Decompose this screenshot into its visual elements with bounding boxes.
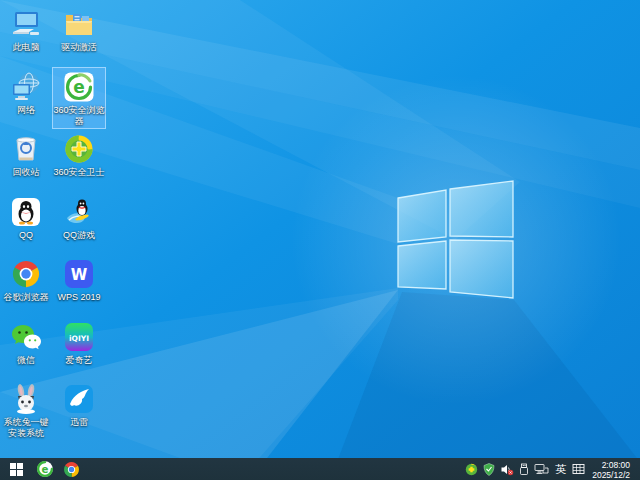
desktop-icon-this-pc[interactable]: 此电脑 (0, 4, 52, 67)
icon-label: 系统兔一键安装系统 (1, 417, 51, 439)
icon-label: 迅雷 (70, 417, 88, 428)
icon-label: 微信 (17, 355, 35, 366)
ime-indicator[interactable]: 英 (554, 458, 567, 480)
icon-label: 此电脑 (13, 42, 40, 53)
system-tray: 英 2:08:00 2025/12/2 (465, 458, 640, 480)
desktop-icon-chrome[interactable]: 谷歌浏览器 (0, 254, 52, 317)
desktop-icon-recycle-bin[interactable]: 回收站 (0, 129, 52, 192)
icon-label: 爱奇艺 (66, 355, 93, 366)
recycle-bin-icon (9, 132, 43, 166)
360-safety-tray-icon[interactable] (465, 463, 478, 476)
svg-text:iQIYI: iQIYI (69, 333, 89, 342)
icon-label: 网络 (17, 105, 35, 116)
windows-start-icon (10, 463, 23, 476)
icon-label: 360安全浏览器 (53, 105, 105, 127)
clock-time: 2:08:00 (592, 460, 630, 470)
desktop-icon-360-safety-guard[interactable]: 360安全卫士 (52, 129, 106, 192)
safety-guard-icon (62, 132, 96, 166)
icon-label: QQ游戏 (63, 230, 95, 241)
clock-date: 2025/12/2 (592, 470, 630, 480)
network-icon (9, 70, 43, 104)
thunder-icon (62, 382, 96, 416)
icon-label: WPS 2019 (57, 292, 100, 303)
desktop-icon-360-browser[interactable]: e 360安全浏览器 (52, 67, 106, 130)
taskbar: e (0, 458, 640, 480)
iqiyi-icon: iQIYI (62, 320, 96, 354)
desktop-icon-grid: 此电脑 网络 (0, 4, 106, 442)
start-button[interactable] (0, 458, 32, 480)
taskbar-clock[interactable]: 2:08:00 2025/12/2 (590, 459, 634, 480)
desktop-icon-qq[interactable]: QQ (0, 192, 52, 255)
svg-text:e: e (73, 77, 85, 97)
icon-label: QQ (19, 230, 33, 241)
svg-text:e: e (42, 464, 49, 475)
browser-360-icon: e (62, 70, 96, 104)
icon-label: 360安全卫士 (53, 167, 104, 178)
shield-tray-icon[interactable] (483, 463, 495, 476)
desktop-icon-wps[interactable]: W WPS 2019 (52, 254, 106, 317)
icon-label: 回收站 (13, 167, 40, 178)
network-tray-icon[interactable] (534, 463, 549, 476)
volume-muted-icon[interactable] (500, 463, 514, 476)
folder-icon (62, 7, 96, 41)
chrome-icon (9, 257, 43, 291)
system-rabbit-icon (9, 382, 43, 416)
wps-icon: W (62, 257, 96, 291)
desktop-icon-iqiyi[interactable]: iQIYI 爱奇艺 (52, 317, 106, 380)
taskbar-360-browser-button[interactable]: e (32, 458, 58, 480)
qq-games-icon (62, 195, 96, 229)
taskbar-chrome-button[interactable] (58, 458, 84, 480)
browser-360-taskbar-icon: e (36, 460, 54, 478)
qq-icon (9, 195, 43, 229)
desktop-icon-qq-games[interactable]: QQ游戏 (52, 192, 106, 255)
computer-icon (9, 7, 43, 41)
desktop-icon-network[interactable]: 网络 (0, 67, 52, 130)
desktop-icon-system-rabbit[interactable]: 系统兔一键安装系统 (0, 379, 52, 442)
svg-text:W: W (71, 266, 88, 284)
usb-device-icon[interactable] (519, 463, 529, 476)
icon-label: 驱动激活 (61, 42, 97, 53)
wechat-icon (9, 320, 43, 354)
desktop-icon-wechat[interactable]: 微信 (0, 317, 52, 380)
desktop-icon-driver-folder[interactable]: 驱动激活 (52, 4, 106, 67)
chrome-taskbar-icon (63, 461, 80, 478)
keyboard-layout-icon[interactable] (572, 463, 585, 475)
icon-label: 谷歌浏览器 (4, 292, 49, 303)
desktop-icon-thunder[interactable]: 迅雷 (52, 379, 106, 442)
